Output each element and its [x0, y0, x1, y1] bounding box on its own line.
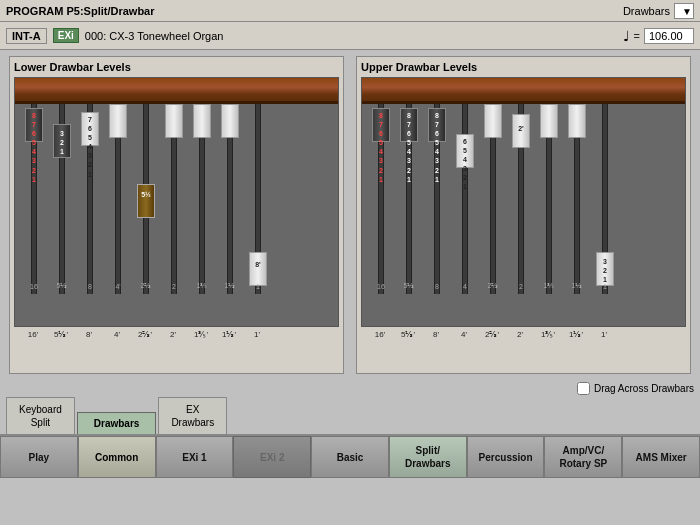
- drawbar-handle-9[interactable]: 8': [249, 252, 267, 286]
- upper-footer-label-6: 2': [507, 330, 533, 339]
- drawbar-handle-5[interactable]: 5½: [137, 184, 155, 218]
- nav-exi2: EXi 2: [233, 436, 311, 478]
- lower-footer-label-2: 5⅓': [48, 330, 74, 339]
- nav-play[interactable]: Play: [0, 436, 78, 478]
- upper-drawbar-col-7: 1⅗: [536, 104, 562, 299]
- nav-common[interactable]: Common: [78, 436, 156, 478]
- upper-wood-top: [362, 78, 685, 104]
- upper-drawbar-handle-7[interactable]: [540, 104, 558, 138]
- tempo-value[interactable]: 106.00: [644, 28, 694, 44]
- upper-drawbar-col-9: 321 1: [592, 104, 618, 299]
- tab-ex-drawbars[interactable]: EXDrawbars: [158, 397, 227, 434]
- upper-drawbar-container: 87654321 16 87654321 5⅓: [361, 77, 686, 327]
- drawbar-col-9: 8' 1: [245, 104, 271, 299]
- upper-drawbar-col-4: 654321 4: [452, 104, 478, 299]
- lower-footer-label-4: 4': [104, 330, 130, 339]
- nav-amp-rotary[interactable]: Amp/VC/Rotary SP: [544, 436, 622, 478]
- drawbar-col-6: 2: [161, 104, 187, 299]
- drawbar-handle-4[interactable]: [109, 104, 127, 138]
- nav-split-drawbars[interactable]: Split/Drawbars: [389, 436, 467, 478]
- upper-drawbar-panel: Upper Drawbar Levels 87654321 16: [356, 56, 691, 374]
- upper-drawbar-handle-9[interactable]: 321: [596, 252, 614, 286]
- drawbars-label: Drawbars: [623, 5, 670, 17]
- title-bar: PROGRAM P5:Split/Drawbar Drawbars ▼: [0, 0, 700, 22]
- drawbar-handle-8[interactable]: [221, 104, 239, 138]
- upper-drawbar-handle-5[interactable]: [484, 104, 502, 138]
- upper-footer-label-8: 1⅓': [563, 330, 589, 339]
- upper-drawbar-handle-4[interactable]: 654321: [456, 134, 474, 168]
- tempo-icon: ♩: [623, 28, 630, 44]
- upper-drawbar-col-5: 2⅔: [480, 104, 506, 299]
- drawbars-dropdown-wrapper[interactable]: ▼: [674, 3, 694, 19]
- drawbar-col-4: 4': [105, 104, 131, 299]
- lower-footer-label-1: 16': [20, 330, 46, 339]
- exi-badge: EXi: [53, 28, 79, 43]
- upper-drawbar-col-2: 87654321 5⅓: [396, 104, 422, 299]
- tempo-section: ♩ = 106.00: [623, 28, 694, 44]
- nav-ams-mixer[interactable]: AMS Mixer: [622, 436, 700, 478]
- upper-footer-label-4: 4': [451, 330, 477, 339]
- upper-drawbar-col-3: 87654321 8: [424, 104, 450, 299]
- drawbar-handle-1[interactable]: 87654321: [25, 108, 43, 142]
- upper-drawbar-handle-1[interactable]: 87654321: [372, 108, 390, 142]
- drawbar-col-7: 1⅗: [189, 104, 215, 299]
- drawbar-col-3: 7654321 8: [77, 104, 103, 299]
- upper-footer-label-5: 2⅔': [479, 330, 505, 339]
- upper-footer-label-2: 5⅓': [395, 330, 421, 339]
- lower-footer-label-7: 1⅗': [188, 330, 214, 339]
- tab-drawbars[interactable]: Drawbars: [77, 412, 157, 434]
- drawbar-handle-3[interactable]: 7654321: [81, 112, 99, 146]
- upper-panel-title: Upper Drawbar Levels: [361, 61, 686, 73]
- lower-footer-label-8: 1⅓': [216, 330, 242, 339]
- drawbar-handle-2[interactable]: 321: [53, 124, 71, 158]
- int-a-label: INT-A: [6, 28, 47, 44]
- tab-keyboard-split[interactable]: KeyboardSplit: [6, 397, 75, 434]
- lower-wood-top: [15, 78, 338, 104]
- lower-panel-title: Lower Drawbar Levels: [14, 61, 339, 73]
- lower-footer-label-5: 2⅔': [132, 330, 158, 339]
- drawbar-col-5: 5½ 2⅔: [133, 104, 159, 299]
- upper-drawbar-handle-6[interactable]: 2': [512, 114, 530, 148]
- nav-basic[interactable]: Basic: [311, 436, 389, 478]
- upper-drawbar-col-1: 87654321 16: [368, 104, 394, 299]
- upper-footer-label-3: 8': [423, 330, 449, 339]
- lower-footer-label-3: 8': [76, 330, 102, 339]
- drag-across-checkbox[interactable]: [577, 382, 590, 395]
- main-area: Lower Drawbar Levels 87654321 16: [0, 50, 700, 380]
- nav-exi1[interactable]: EXi 1: [156, 436, 234, 478]
- upper-footer-label-9: 1': [591, 330, 617, 339]
- drawbar-handle-7[interactable]: [193, 104, 211, 138]
- upper-footer-label-7: 1⅗': [535, 330, 561, 339]
- drag-across-label: Drag Across Drawbars: [594, 383, 694, 394]
- tempo-equals: =: [634, 30, 640, 42]
- drawbar-col-2: 321 5⅓: [49, 104, 75, 299]
- drawbars-section: Drawbars ▼: [623, 3, 694, 19]
- upper-footer-label-1: 16': [367, 330, 393, 339]
- upper-drawbar-handle-3[interactable]: 87654321: [428, 108, 446, 142]
- program-name: 000: CX-3 Tonewheel Organ: [85, 30, 617, 42]
- program-bar: INT-A EXi 000: CX-3 Tonewheel Organ ♩ = …: [0, 22, 700, 50]
- drawbars-dropdown[interactable]: [674, 3, 694, 19]
- upper-drawbar-col-8: 1⅓: [564, 104, 590, 299]
- lower-drawbar-panel: Lower Drawbar Levels 87654321 16: [9, 56, 344, 374]
- drawbar-col-1: 87654321 16: [21, 104, 47, 299]
- upper-drawbar-handle-2[interactable]: 87654321: [400, 108, 418, 142]
- lower-drawbar-container: 87654321 16 321 5⅓: [14, 77, 339, 327]
- drawbar-col-8: 1⅓: [217, 104, 243, 299]
- lower-footer-label-6: 2': [160, 330, 186, 339]
- upper-drawbar-col-6: 2' 2: [508, 104, 534, 299]
- bottom-nav: Play Common EXi 1 EXi 2 Basic Split/Draw…: [0, 434, 700, 478]
- upper-drawbar-handle-8[interactable]: [568, 104, 586, 138]
- lower-footer-label-9: 1': [244, 330, 270, 339]
- window-title: PROGRAM P5:Split/Drawbar: [6, 5, 155, 17]
- tabs-row: KeyboardSplit Drawbars EXDrawbars: [6, 397, 694, 434]
- nav-percussion[interactable]: Percussion: [467, 436, 545, 478]
- drawbar-handle-6[interactable]: [165, 104, 183, 138]
